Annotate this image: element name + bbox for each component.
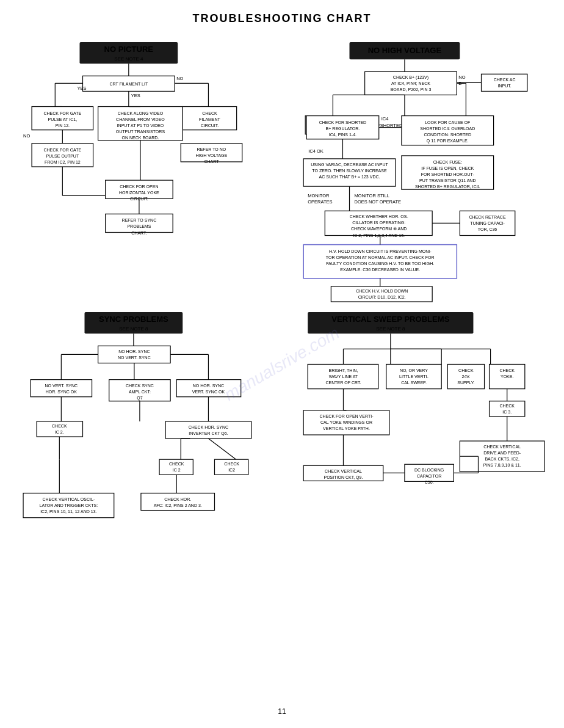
- check-gate-output-ic2-3: FROM IC2, PIN 12: [45, 160, 81, 164]
- check-24v-3: SUPPLY.: [457, 380, 474, 385]
- check-yoke-2: YOKE.: [501, 374, 513, 379]
- check-ac-input: CHECK AC: [494, 78, 516, 82]
- monitor-still: MONITOR STILL: [355, 193, 390, 198]
- dc-blocking-cap-2: CAPACITOR: [417, 474, 441, 478]
- check-vert-drive-4: PINS 7,8,9,10 & 11.: [483, 463, 521, 467]
- vert-sweep-title: VERTICAL SWEEP PROBLEMS: [331, 315, 449, 324]
- check-sync-ampl-3: Q7: [137, 396, 142, 401]
- check-ic3-2: IC 3.: [502, 410, 512, 414]
- refer-sync-problems-3: CHART.: [131, 231, 146, 235]
- check-open-vert-yoke-3: VERTICAL YOKE PATH.: [323, 426, 370, 431]
- check-ic2-right: CHECK: [224, 462, 239, 466]
- page: TROUBLESHOOTING CHART manualsrive.com te…: [0, 0, 564, 728]
- check-filament-2: FILAMENT: [199, 117, 220, 122]
- check-gate-pulse-ic1: CHECK FOR GATE: [43, 111, 81, 115]
- check-hor-sync-inv: CHECK HOR. SYNC: [189, 425, 228, 429]
- sync-problems-title: SYNC PROBLEMS: [99, 315, 168, 324]
- hv-hold-down-2: TOR OPERATION AT NORMAL AC INPUT. CHECK …: [326, 255, 435, 260]
- check-hor-osc-3: CHECK WAVEFORM ⑧ AND: [351, 227, 407, 231]
- page-number: 11: [0, 707, 564, 716]
- chart-container: text { font-family: Arial, Helvetica, sa…: [18, 36, 546, 700]
- bright-thin-wavy: BRIGHT, THIN,: [329, 368, 358, 373]
- check-hv-hold-circuit: CHECK H.V. HOLD DOWN: [356, 289, 408, 293]
- check-fuse-3: FOR SHORTED HOR.OUT-: [421, 172, 475, 177]
- check-hor-osc-4: IC 2, PINS 1,2,3,4 AND 16.: [353, 233, 405, 238]
- no-label-2: NO: [23, 133, 30, 139]
- check-hor-afc-2: AFC: IC2, PINS 2 AND 3.: [154, 503, 202, 508]
- check-video-channel: CHECK ALONG VIDEO: [118, 111, 164, 115]
- monitor-operates-2: OPERATES: [308, 199, 332, 205]
- no-very-little-vert-2: LITTLE VERTI-: [399, 374, 428, 379]
- check-vert-osc: CHECK VERTICAL OSCIL-: [42, 497, 95, 501]
- check-open-vert-yoke: CHECK FOR OPEN VERTI-: [320, 414, 374, 418]
- check-yoke: CHECK: [499, 368, 515, 373]
- svg-rect-52: [98, 346, 171, 363]
- check-fuse-2: IF FUSE IS OPEN, CHECK: [421, 166, 474, 170]
- check-hor-osc-2: CILLATOR IS OPERATING:: [352, 220, 405, 225]
- svg-line-69: [208, 439, 236, 459]
- no-vert-sync-hor-ok-2: HOR. SYNC OK: [46, 390, 77, 394]
- no-hor-sync: NO HOR. SYNC: [118, 349, 150, 354]
- refer-no-high-voltage: REFER TO NO: [197, 147, 226, 151]
- check-hor-osc: CHECK WHETHER HOR. OS-: [350, 214, 409, 219]
- check-vert-drive-3: BACK CKTS, IC2,: [485, 457, 519, 461]
- check-video-channel-4: OUTPUT TRANSISTORS: [116, 129, 165, 134]
- check-vert-drive-2: DRIVE AND FEED-: [483, 451, 521, 455]
- check-open-hor-yoke: CHECK FOR OPEN: [120, 184, 158, 189]
- svg-rect-75: [141, 493, 215, 510]
- svg-rect-58: [31, 380, 92, 397]
- check-filament-3: CIRCUIT.: [201, 123, 219, 128]
- check-gate-pulse-ic1-2: PULSE AT IC1,: [48, 117, 77, 122]
- hv-hold-down-3: FAULTY CONDITION CAUSING H.V. TO BE TOO …: [326, 261, 434, 266]
- check-24v: CHECK: [458, 368, 474, 373]
- refer-sync-problems-2: PROBLEMS: [127, 224, 151, 228]
- check-shorted-b-plus-2: B+ REGULATOR.: [326, 126, 360, 131]
- svg-rect-59: [176, 380, 240, 397]
- yes-label-2: YES: [131, 93, 140, 98]
- no-very-little-vert: NO, OR VERY: [400, 368, 428, 373]
- check-vert-drive: CHECK VERTICAL: [483, 445, 521, 449]
- check-ic2-mid-2: IC 2: [173, 468, 181, 472]
- no-label-1: NO: [176, 76, 183, 81]
- check-filament: CHECK: [202, 111, 217, 115]
- check-video-channel-5: ON NECK BOARD.: [122, 136, 159, 140]
- sync-problems-subtitle: SEE NOTE 8: [119, 326, 148, 332]
- no-high-voltage-title: NO HIGH VOLTAGE: [368, 46, 442, 55]
- no-picture-subtitle: SEE NOTE 4: [114, 56, 143, 62]
- svg-rect-65: [165, 421, 251, 439]
- check-ic2-right-2: IC2: [228, 468, 235, 472]
- check-video-channel-3: INPUT AT P1 TO VIDEO: [117, 123, 164, 128]
- check-video-channel-2: CHANNEL FROM VIDEO: [116, 117, 165, 122]
- page-title: TROUBLESHOOTING CHART: [18, 12, 546, 25]
- check-retrace: CHECK RETRACE: [469, 215, 506, 219]
- dc-blocking-cap: DC BLOCKING: [414, 468, 444, 472]
- hv-hold-down-4: EXAMPLE: C36 DECREASED IN VALUE.: [340, 268, 420, 272]
- look-for-cause-3: CONDITION: SHORTED: [424, 133, 471, 137]
- vert-sweep-subtitle: SEE NOTE 8: [376, 326, 405, 332]
- no-vert-sync-hor-ok: NO VERT. SYNC: [45, 384, 78, 388]
- check-vert-pos-2: POSITION CKT, Q9.: [324, 475, 363, 480]
- check-vert-pos: CHECK VERTICAL: [325, 469, 362, 473]
- crt-filament-lit: CRT FILAMENT LIT: [109, 82, 148, 86]
- check-open-hor-yoke-2: HORIZONTAL YOKE: [119, 191, 159, 195]
- check-ic2-mid: CHECK: [169, 462, 184, 466]
- ic4-ok-label: IC4 OK: [308, 148, 324, 154]
- check-hv-hold-circuit-2: CIRCUIT: D10, D12, IC2.: [358, 295, 406, 299]
- refer-no-high-voltage-3: CHART: [204, 159, 219, 164]
- look-for-cause-4: Q 11 FOR EXAMPLE.: [427, 139, 469, 144]
- check-shorted-b-plus: CHECK FOR SHORTED: [319, 120, 366, 125]
- check-gate-output-ic2-2: PULSE OUTPUT: [46, 154, 79, 158]
- svg-rect-98: [405, 464, 454, 481]
- no-hor-sync-vert-ok: NO HOR. SYNC: [193, 384, 224, 388]
- no-hor-sync-vert-ok-2: VERT. SYNC OK: [192, 390, 225, 394]
- hv-hold-down: H.V. HOLD DOWN CIRCUIT IS PREVENTING MON…: [329, 249, 432, 253]
- refer-no-high-voltage-2: HIGH VOLTAGE: [196, 153, 228, 158]
- check-sync-ampl: CHECK SYNC: [126, 384, 154, 388]
- check-gate-output-ic2: CHECK FOR GATE: [43, 148, 81, 152]
- look-for-cause: LOOK FOR CAUSE OF: [425, 120, 470, 125]
- no-picture-title: NO PICTURE: [104, 45, 154, 54]
- check-hor-afc: CHECK HOR.: [164, 497, 191, 501]
- check-fuse-4: PUT TRANSISTOR Q11 AND: [419, 178, 475, 183]
- check-retrace-3: TOR, C36: [478, 227, 497, 231]
- check-ic2-left: CHECK: [52, 424, 67, 428]
